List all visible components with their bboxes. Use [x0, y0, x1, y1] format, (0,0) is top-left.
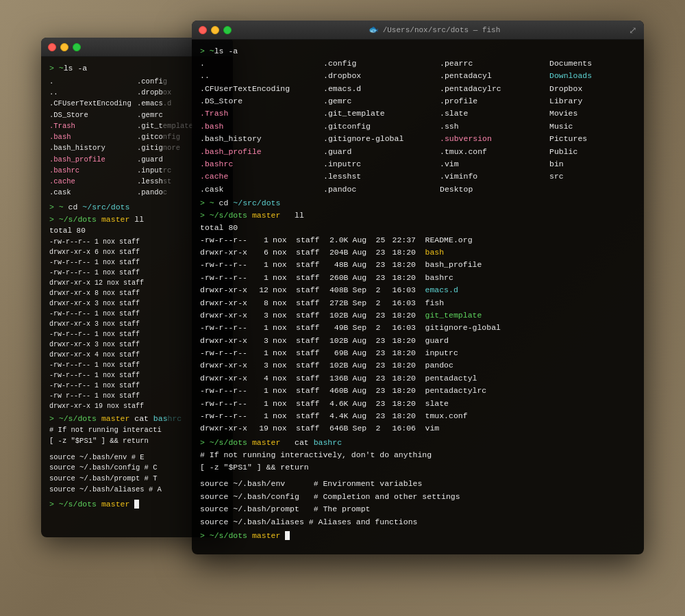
main-ll-prompt: > ~/s/dots master ll — [200, 209, 636, 222]
maximize-button-bg[interactable] — [73, 43, 81, 51]
window-title: 🐟 /Users/nox/src/dots — fish — [232, 25, 637, 35]
main-ll-entries: -rw-r--r-- 1 nox staff 2.0K Aug 25 22:37… — [200, 234, 636, 435]
traffic-lights-main — [199, 26, 232, 34]
fish-icon: 🐟 — [369, 25, 379, 35]
close-button-main[interactable] — [199, 26, 207, 34]
main-final-prompt: > ~/s/dots master — [200, 530, 636, 542]
desktop: > ~ ls -a . .. .CFUserTextEncoding .DS_S… — [0, 0, 685, 616]
main-bashrc-content: # If not running interactively, don't do… — [200, 449, 636, 528]
terminal-main[interactable]: 🐟 /Users/nox/src/dots — fish ⤢ > ~ ls -a… — [192, 21, 644, 554]
expand-icon[interactable]: ⤢ — [629, 25, 637, 36]
terminal-main-content: > ~ ls -a . .. .CFUserTextEncoding .DS_S… — [192, 40, 644, 554]
close-button-bg[interactable] — [48, 43, 56, 51]
minimize-button-main[interactable] — [211, 26, 219, 34]
minimize-button-bg[interactable] — [60, 43, 68, 51]
main-total: total 80 — [200, 222, 636, 234]
titlebar-main: 🐟 /Users/nox/src/dots — fish ⤢ — [192, 21, 644, 40]
traffic-lights-bg — [48, 43, 81, 51]
maximize-button-main[interactable] — [223, 26, 232, 34]
main-cd-cmd: > ~ cd ~/src/dots — [200, 197, 636, 209]
main-ls-prompt: > ~ ls -a — [200, 45, 636, 57]
main-cat-prompt: > ~/s/dots master cat bashrc — [200, 437, 636, 449]
main-ls-grid: . .. .CFUserTextEncoding .DS_Store .Tras… — [200, 57, 636, 196]
